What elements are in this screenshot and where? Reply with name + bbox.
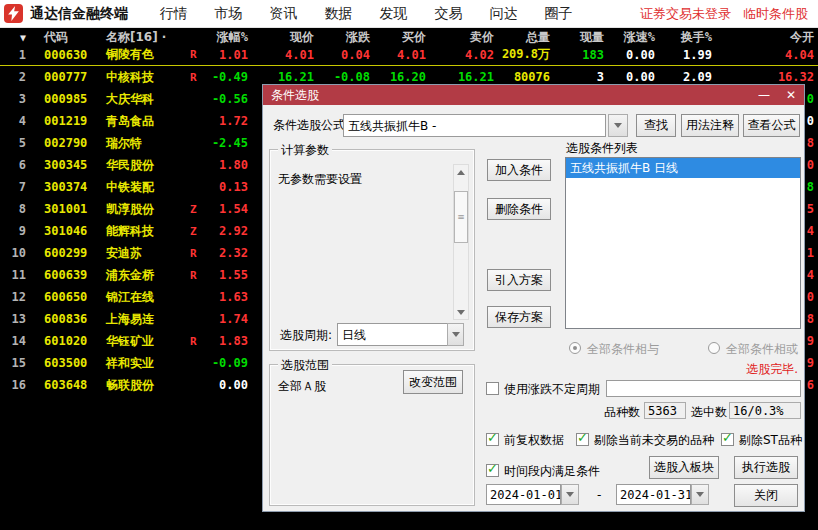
menu-item-市场[interactable]: 市场 (201, 5, 256, 23)
stock-mark: Z (190, 225, 204, 238)
top-menu-bar: 通达信金融终端 行情市场资讯数据发现交易问达圈子 证券交易未登录 临时条件股 (0, 0, 818, 28)
temp-condition-stock-link[interactable]: 临时条件股 (743, 5, 808, 23)
remove-untraded-checkbox[interactable]: ✓ (576, 433, 589, 446)
symbols-count-value: 5363 (644, 402, 686, 419)
period-dropdown-arrow-icon[interactable] (447, 323, 464, 346)
uncertain-period-label: 使用涨跌不定周期 (504, 382, 600, 396)
stock-code: 603500 (44, 356, 100, 370)
change-range-button[interactable]: 改变范围 (403, 370, 463, 394)
add-condition-button[interactable]: 加入条件 (487, 159, 551, 181)
menu-item-发现[interactable]: 发现 (366, 5, 421, 23)
menu-item-数据[interactable]: 数据 (311, 5, 366, 23)
stock-range-value: 全部Ａ股 (278, 379, 326, 393)
calc-params-group-title: 计算参数 (278, 142, 332, 159)
delete-condition-button[interactable]: 删除条件 (487, 198, 551, 220)
uncertain-period-input[interactable] (606, 380, 801, 397)
row-number: 7 (0, 180, 26, 194)
symbols-count-label: 品种数 (604, 405, 640, 419)
menu-item-圈子[interactable]: 圈子 (531, 5, 586, 23)
cell-vol: 209.8万 (494, 46, 550, 63)
params-scrollbar[interactable]: ≡ (453, 164, 469, 320)
table-row[interactable]: 1000630铜陵有色R1.014.010.044.014.02209.8万18… (0, 44, 818, 66)
stock-code: 000630 (44, 48, 100, 62)
no-params-text: 无参数需要设置 (278, 172, 362, 186)
formula-dropdown-arrow-icon[interactable] (608, 114, 628, 137)
forward-adjusted-checkbox[interactable]: ✓ (486, 433, 499, 446)
import-plan-button[interactable]: 引入方案 (487, 269, 551, 291)
menu-item-资讯[interactable]: 资讯 (256, 5, 311, 23)
topbar-right: 证券交易未登录 临时条件股 (640, 5, 818, 23)
stock-name: 上海易连 (106, 311, 190, 328)
date-from-combobox[interactable]: 2024-01-01 (486, 484, 561, 505)
broker-login-status-link[interactable]: 证券交易未登录 (640, 5, 731, 23)
radio-all-or[interactable] (708, 342, 720, 354)
menu-item-问达[interactable]: 问达 (476, 5, 531, 23)
cell-sell: 4.02 (426, 48, 494, 62)
cell-cur: 3 (550, 70, 604, 84)
stock-code: 000985 (44, 92, 100, 106)
stock-code: 000777 (44, 70, 100, 84)
stock-name: 祥和实业 (106, 355, 190, 372)
cell-turn: 1.99 (655, 48, 712, 62)
row-number: 6 (0, 158, 26, 172)
execute-selection-button[interactable]: 执行选股 (734, 456, 798, 479)
condition-list-label: 选股条件列表 (566, 141, 638, 155)
row-number: 15 (0, 356, 26, 370)
cell-speed: 0.00 (604, 48, 655, 62)
cell-pct: -2.45 (204, 136, 248, 150)
tdx-app-window: 通达信金融终端 行情市场资讯数据发现交易问达圈子 证券交易未登录 临时条件股 ▼… (0, 0, 818, 530)
stock-name: 中核科技 (106, 69, 190, 86)
timerange-checkbox[interactable]: ✓ (486, 464, 499, 477)
stock-name: 瑞尔特 (106, 135, 190, 152)
row-number: 11 (0, 268, 26, 282)
row-number: 8 (0, 202, 26, 216)
cell-open: 16.32 (712, 70, 814, 84)
cell-pct: 1.63 (204, 290, 248, 304)
find-button[interactable]: 查找 (636, 114, 676, 137)
scrollbar-thumb[interactable]: ≡ (454, 191, 468, 243)
uncertain-period-checkbox[interactable] (486, 382, 499, 395)
select-into-block-button[interactable]: 选股入板块 (649, 456, 719, 479)
usage-notes-button[interactable]: 用法注释 (681, 114, 739, 137)
scroll-down-icon[interactable] (454, 305, 468, 319)
cell-turn: 2.09 (655, 70, 712, 84)
stock-code: 601020 (44, 334, 100, 348)
selected-count-value: 16/0.3% (729, 402, 801, 419)
formula-combobox[interactable]: 五线共振抓牛B - (343, 114, 606, 137)
stock-name: 大庆华科 (106, 91, 190, 108)
cell-buy: 4.01 (370, 48, 426, 62)
condition-list-item[interactable]: 五线共振抓牛B 日线 (566, 158, 800, 178)
row-number: 14 (0, 334, 26, 348)
condition-stock-dialog: 条件选股 — ✕ 条件选股公式 五线共振抓牛B - 查找 用法注释 查看公式 计… (262, 84, 805, 512)
period-combobox[interactable]: 日线 (337, 323, 448, 346)
menu-item-交易[interactable]: 交易 (421, 5, 476, 23)
cell-pct: -0.49 (204, 70, 248, 84)
stock-mark: Z (190, 203, 204, 216)
cell-open: 4.04 (712, 48, 814, 62)
date-to-combobox[interactable]: 2024-01-31 (616, 484, 691, 505)
stock-code: 600639 (44, 268, 100, 282)
date-from-dropdown-arrow-icon[interactable] (561, 484, 579, 505)
minimize-icon[interactable]: — (758, 89, 770, 101)
stock-name: 锦江在线 (106, 289, 190, 306)
close-dialog-button[interactable]: 关闭 (734, 484, 798, 507)
view-formula-button[interactable]: 查看公式 (743, 114, 800, 137)
app-title: 通达信金融终端 (30, 5, 128, 23)
row-number: 1 (0, 48, 26, 62)
row-number: 2 (0, 70, 26, 84)
save-plan-button[interactable]: 保存方案 (487, 306, 551, 328)
remove-st-checkbox[interactable]: ✓ (721, 433, 734, 446)
stock-code: 001219 (44, 114, 100, 128)
date-separator: - (597, 488, 601, 502)
dialog-titlebar[interactable]: 条件选股 — ✕ (263, 85, 804, 105)
cell-pct: 1.01 (204, 48, 248, 62)
date-to-dropdown-arrow-icon[interactable] (691, 484, 709, 505)
radio-all-and[interactable] (569, 342, 581, 354)
close-icon[interactable]: ✕ (786, 89, 796, 101)
menu-item-行情[interactable]: 行情 (146, 5, 201, 23)
row-number: 3 (0, 92, 26, 106)
sort-triangle-icon[interactable]: ▼ (0, 32, 26, 43)
scroll-up-icon[interactable] (454, 165, 468, 179)
timerange-label: 时间段内满足条件 (504, 464, 600, 478)
condition-listbox[interactable]: 五线共振抓牛B 日线 (565, 157, 801, 329)
